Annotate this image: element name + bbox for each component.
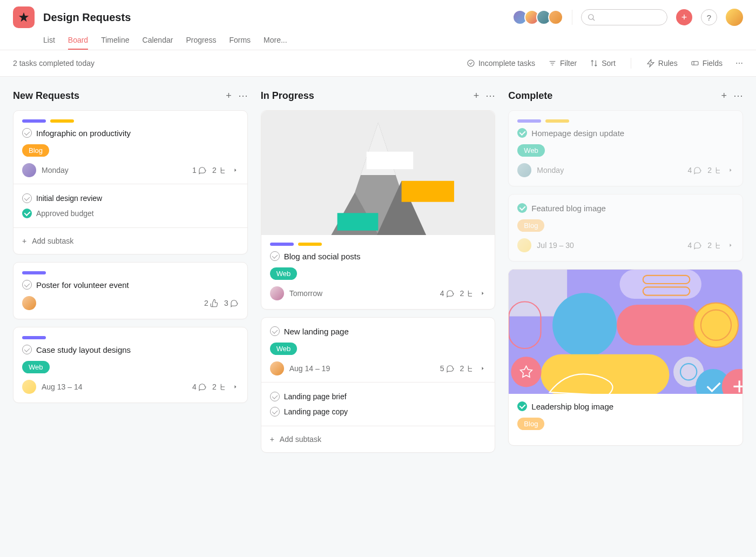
subtask-row[interactable]: Landing page brief (270, 389, 487, 404)
comment-icon (198, 166, 207, 175)
tab-calendar[interactable]: Calendar (143, 31, 173, 50)
complete-checkbox[interactable] (22, 209, 32, 218)
task-card[interactable]: Infographic on productivity Blog Monday … (13, 110, 248, 254)
chevron-right-icon[interactable] (232, 382, 239, 391)
task-card[interactable]: Blog and social posts Web Tomorrow 4 2 (261, 110, 496, 310)
fields-label: Fields (703, 59, 723, 68)
incomplete-tasks-button[interactable]: Incomplete tasks (467, 59, 535, 68)
column-title[interactable]: Complete (508, 90, 714, 102)
task-card[interactable]: Case study layout designs Web Aug 13 – 1… (13, 327, 248, 403)
column-title[interactable]: In Progress (261, 90, 467, 102)
subtask-count[interactable]: 2 (460, 364, 475, 373)
comment-count[interactable]: 5 (440, 364, 455, 373)
complete-checkbox[interactable] (22, 193, 32, 203)
chevron-right-icon[interactable] (727, 166, 734, 175)
complete-checkbox[interactable] (22, 128, 32, 138)
chevron-right-icon[interactable] (480, 364, 486, 373)
comment-count[interactable]: 4 (440, 289, 455, 298)
category-label[interactable]: Web (270, 343, 298, 355)
complete-checkbox[interactable] (270, 326, 280, 336)
comment-count[interactable]: 4 (192, 382, 207, 391)
task-card[interactable]: Featured blog image Blog Jul 19 – 30 4 2 (508, 194, 743, 261)
avatar[interactable] (548, 10, 563, 25)
add-subtask-button[interactable]: +Add subtask (270, 433, 487, 444)
help-button[interactable]: ? (701, 9, 717, 25)
member-avatars[interactable] (512, 10, 563, 25)
svg-marker-7 (647, 59, 654, 66)
category-label[interactable]: Web (270, 267, 298, 280)
subtask-row[interactable]: Initial design review (22, 191, 239, 206)
assignee-avatar[interactable] (517, 238, 531, 252)
category-label[interactable]: Blog (22, 144, 49, 157)
svg-rect-20 (620, 270, 701, 299)
board: New Requests + ⋯ Infographic on producti… (0, 77, 756, 473)
more-button[interactable]: ⋯ (735, 59, 743, 68)
subtask-title: Initial design review (36, 194, 102, 203)
assignee-avatar[interactable] (22, 163, 36, 177)
project-icon[interactable] (13, 6, 35, 28)
complete-checkbox[interactable] (270, 407, 280, 417)
task-card[interactable]: Poster for volunteer event 2 3 (13, 262, 248, 319)
due-date: Aug 14 – 19 (289, 364, 435, 373)
tab-timeline[interactable]: Timeline (101, 31, 129, 50)
task-card[interactable]: Leadership blog image Blog (508, 269, 743, 446)
assignee-avatar[interactable] (22, 380, 36, 394)
subtask-row[interactable]: Approved budget (22, 206, 239, 221)
tab-list[interactable]: List (43, 31, 55, 50)
add-task-button[interactable]: + (721, 90, 727, 102)
subtask-count[interactable]: 2 (212, 166, 227, 175)
complete-checkbox[interactable] (270, 392, 280, 401)
category-label[interactable]: Blog (517, 219, 544, 232)
category-label[interactable]: Blog (517, 418, 544, 430)
tab-board[interactable]: Board (68, 31, 88, 50)
complete-checkbox[interactable] (22, 280, 32, 290)
rules-button[interactable]: Rules (646, 59, 678, 68)
assignee-avatar[interactable] (270, 286, 284, 300)
sort-button[interactable]: Sort (590, 59, 616, 68)
assignee-avatar[interactable] (22, 296, 36, 310)
tab-more[interactable]: More... (264, 31, 287, 50)
column-menu-button[interactable]: ⋯ (485, 90, 495, 102)
task-card[interactable]: Homepage design update Web Monday 4 2 (508, 110, 743, 186)
filter-button[interactable]: Filter (548, 59, 577, 68)
assignee-avatar[interactable] (270, 361, 284, 375)
fields-icon (691, 59, 699, 68)
tag-indicator (22, 271, 46, 274)
assignee-avatar[interactable] (517, 163, 531, 177)
comment-count[interactable]: 4 (687, 166, 702, 175)
add-task-button[interactable]: + (226, 90, 232, 102)
chevron-right-icon[interactable] (232, 166, 239, 175)
complete-checkbox[interactable] (517, 128, 527, 138)
comment-count[interactable]: 4 (687, 241, 702, 250)
user-avatar[interactable] (726, 9, 743, 26)
subtask-row[interactable]: Landing page copy (270, 404, 487, 419)
like-count[interactable]: 2 (204, 299, 219, 307)
comment-count[interactable]: 3 (224, 299, 239, 307)
add-subtask-button[interactable]: +Add subtask (22, 234, 239, 245)
subtask-count[interactable]: 2 (460, 289, 475, 298)
complete-checkbox[interactable] (517, 203, 527, 213)
subtask-count[interactable]: 2 (707, 166, 722, 175)
complete-checkbox[interactable] (22, 345, 32, 354)
column-menu-button[interactable]: ⋯ (238, 90, 248, 102)
tab-forms[interactable]: Forms (229, 31, 251, 50)
column-title[interactable]: New Requests (13, 90, 219, 102)
chevron-right-icon[interactable] (727, 241, 734, 250)
add-button[interactable]: + (676, 9, 692, 25)
subtask-count[interactable]: 2 (212, 382, 227, 391)
project-title[interactable]: Design Requests (43, 11, 504, 24)
comment-count[interactable]: 1 (192, 166, 207, 175)
complete-checkbox[interactable] (270, 251, 280, 261)
complete-checkbox[interactable] (517, 401, 527, 411)
category-label[interactable]: Web (22, 361, 50, 373)
search-input[interactable] (581, 9, 667, 25)
chevron-right-icon[interactable] (480, 289, 486, 298)
subtask-icon (713, 166, 722, 175)
tab-progress[interactable]: Progress (186, 31, 216, 50)
column-menu-button[interactable]: ⋯ (733, 90, 743, 102)
subtask-count[interactable]: 2 (707, 241, 722, 250)
fields-button[interactable]: Fields (691, 59, 723, 68)
category-label[interactable]: Web (517, 144, 545, 157)
task-card[interactable]: New landing page Web Aug 14 – 19 5 2 Lan… (261, 317, 496, 453)
add-task-button[interactable]: + (474, 90, 480, 102)
